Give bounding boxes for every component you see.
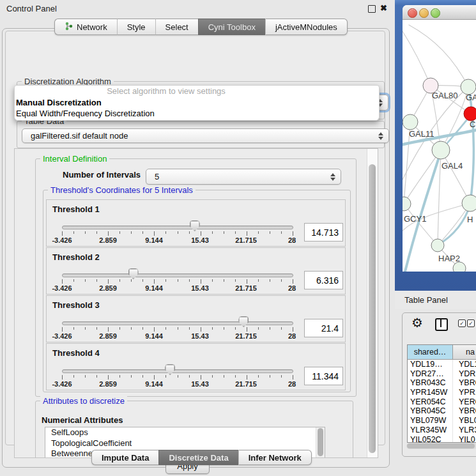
threshold-value-field[interactable]	[304, 367, 343, 385]
threshold-slider-track[interactable]	[62, 369, 293, 373]
table-row[interactable]: YER054CYER0	[408, 397, 476, 407]
traffic-minimize-icon[interactable]	[419, 8, 429, 18]
slider-tick-label: -3.426	[52, 380, 72, 388]
cell-shared-name: YBR043C	[408, 378, 453, 388]
h-scrollbar-thumb[interactable]	[407, 443, 475, 449]
tab-label: Network	[77, 22, 107, 32]
threshold-label: Threshold 4	[52, 348, 100, 358]
v-scrollbar[interactable]	[367, 149, 378, 457]
network-node-gal4[interactable]	[432, 141, 450, 159]
network-node-label: GCY1	[404, 214, 426, 224]
cell-shared-name: YBL079W	[408, 416, 453, 426]
threshold-panel: Threshold 3 -3.4262.8599.14415.4321.7152…	[46, 295, 346, 342]
slider-tick-label: -3.426	[52, 332, 72, 340]
threshold-value-field[interactable]	[304, 271, 343, 289]
v-scrollbar-thumb[interactable]	[369, 164, 376, 453]
slider-tick	[293, 231, 293, 236]
tab-select[interactable]: Select	[155, 19, 198, 35]
bottom-tab-discretize-data[interactable]: Discretize Data	[158, 450, 238, 465]
number-of-intervals-select[interactable]: 5	[146, 169, 341, 185]
threshold-slider-handle[interactable]	[190, 220, 200, 231]
threshold-slider-track[interactable]	[62, 321, 293, 325]
table-row[interactable]: YIL052CYIL0	[408, 435, 476, 443]
slider-tick-labels: -3.4262.8599.14415.4321.71528	[62, 332, 292, 340]
network-window-titlebar[interactable]	[403, 5, 476, 20]
table-row[interactable]: YBR043CYBR0	[408, 378, 476, 388]
algorithm-placeholder-option[interactable]: Select algorithm to view settings	[15, 86, 379, 97]
slider-tick	[235, 327, 236, 330]
network-node[interactable]	[453, 262, 466, 272]
slider-tick-label: -3.426	[52, 284, 72, 292]
network-node-gal11[interactable]	[403, 114, 418, 130]
tab-style[interactable]: Style	[117, 19, 155, 35]
slider-tick-label: 2.859	[99, 284, 117, 292]
table-row[interactable]: YBL079WYBL0	[408, 416, 476, 426]
table-row[interactable]: YLR345WYLR3	[408, 426, 476, 435]
network-edge	[409, 25, 468, 87]
threshold-value-field[interactable]	[304, 319, 343, 337]
threshold-slider-handle[interactable]	[128, 268, 139, 279]
slider-tick	[258, 375, 259, 378]
table-data-select[interactable]: galFiltered.sif default node	[22, 128, 389, 143]
slider-tick-label: 9.144	[145, 332, 163, 340]
cell-shared-name: YDL19…	[408, 360, 453, 369]
attribute-item-topologicalcoefficient[interactable]: TopologicalCoefficient	[45, 438, 325, 449]
bottom-tab-impute-data[interactable]: Impute Data	[91, 450, 158, 465]
threshold-label: Threshold 3	[52, 300, 100, 310]
column-header-shared-[interactable]: shared…	[408, 345, 453, 359]
table-row[interactable]: YBR045CYBR0	[408, 406, 476, 416]
attributes-scrollbar[interactable]	[316, 427, 325, 457]
network-node-c[interactable]	[464, 107, 476, 121]
slider-tick	[212, 231, 213, 234]
network-canvas[interactable]: GAL80GACGAL11GAL4GCY1HHAP2	[403, 20, 476, 272]
tab-cyni-toolbox[interactable]: Cyni Toolbox	[198, 19, 265, 35]
bottom-tab-infer-network[interactable]: Infer Network	[238, 450, 312, 465]
gear-icon[interactable]: ⚙	[411, 315, 423, 330]
traffic-zoom-icon[interactable]	[431, 8, 440, 18]
cell-name: YBL0	[453, 416, 476, 426]
network-graph: GAL80GACGAL11GAL4GCY1HHAP2	[403, 20, 476, 272]
network-node-gcy1[interactable]	[403, 197, 411, 211]
column-header-na[interactable]: na	[453, 345, 476, 359]
network-node-label: HAP2	[438, 254, 460, 263]
slider-tick	[73, 327, 74, 330]
cell-shared-name: YPR145W	[408, 388, 453, 397]
tab-jactivemnodules[interactable]: jActiveMNodules	[265, 19, 348, 35]
threshold-slider-handle[interactable]	[165, 364, 175, 375]
interval-definition-group-label: Interval Definition	[40, 154, 109, 164]
table-row[interactable]: YDL19…YDL1	[408, 360, 476, 369]
slider-tick	[258, 327, 259, 330]
slider-tick-label: 9.144	[145, 236, 163, 244]
threshold-panel: Threshold 1 -3.4262.8599.14415.4321.7152…	[46, 199, 346, 247]
attributes-scrollbar-thumb[interactable]	[318, 428, 323, 456]
checkbox-icon[interactable]: ✓	[458, 319, 466, 327]
threshold-value-field[interactable]	[304, 223, 343, 242]
checkbox-icon[interactable]: ✓	[467, 319, 475, 327]
threshold-slider-track[interactable]	[62, 273, 293, 277]
table-panel-titlebar: Table Panel	[395, 291, 476, 309]
tab-network[interactable]: Network	[54, 19, 117, 35]
table-row[interactable]: YPR145WYPR1	[408, 388, 476, 397]
slider-tick-label: 28	[288, 380, 296, 388]
float-window-button[interactable]	[368, 5, 376, 13]
tab-label: Impute Data	[102, 453, 149, 463]
slider-tick	[108, 231, 109, 236]
close-icon[interactable]: ✖	[380, 3, 387, 13]
slider-tick	[281, 279, 282, 282]
slider-tick	[235, 231, 236, 234]
slider-tick	[62, 231, 63, 236]
network-view-window: GAL80GACGAL11GAL4GCY1HHAP2	[403, 5, 476, 272]
combo-arrows-icon	[378, 132, 383, 140]
threshold-slider-track[interactable]	[62, 226, 293, 229]
network-node-h[interactable]	[462, 195, 476, 211]
popup-option-equal-width-frequency-discretization[interactable]: Equal Width/Frequency Discretization	[15, 108, 379, 119]
threshold-slider-handle[interactable]	[238, 316, 249, 327]
network-node-hap2[interactable]	[431, 239, 444, 252]
split-view-icon[interactable]	[435, 318, 448, 331]
h-scrollbar[interactable]	[406, 443, 476, 449]
table-row[interactable]: YDR27…YDR2	[408, 369, 476, 379]
slider-ticks	[62, 375, 293, 380]
attribute-item-selfloops[interactable]: SelfLoops	[45, 427, 325, 438]
popup-option-manual-discretization[interactable]: Manual Discretization	[15, 97, 379, 108]
traffic-close-icon[interactable]	[408, 8, 417, 18]
